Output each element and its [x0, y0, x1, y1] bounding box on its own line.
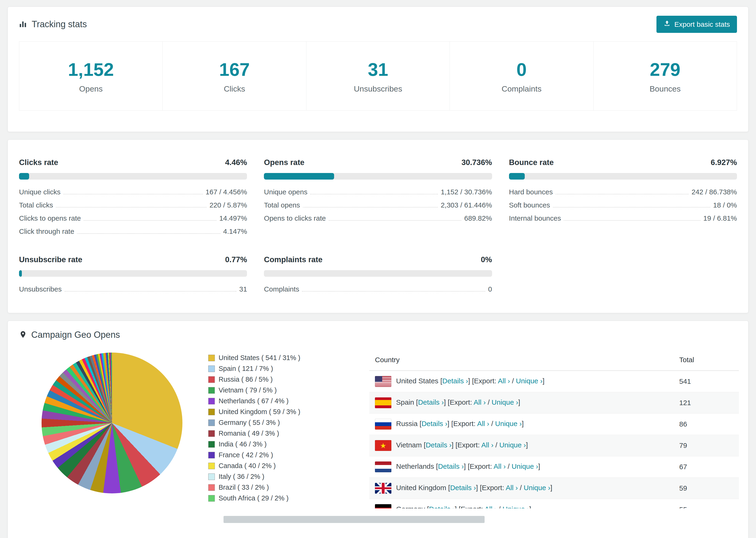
country-total: 79	[674, 435, 739, 456]
legend-swatch	[208, 355, 215, 361]
details-link[interactable]: Details ›	[450, 484, 476, 492]
bracket: [	[434, 462, 438, 470]
metric-rows: Unsubscribes 31	[19, 285, 247, 293]
geo-table-body: United States [Details ›] [Export: All ›…	[369, 371, 739, 509]
metric-label: Unique clicks	[19, 188, 61, 196]
export-icon	[664, 20, 671, 28]
dotted-leader	[56, 207, 207, 207]
rate-title: Bounce rate	[509, 158, 554, 167]
details-link[interactable]: Details ›	[418, 398, 444, 406]
rate-title: Complaints rate	[264, 255, 322, 264]
rate-progress-bar	[19, 173, 247, 180]
details-link[interactable]: Details ›	[438, 462, 464, 470]
metric-row: Clicks to opens rate 14.497%	[19, 214, 247, 222]
dotted-leader	[329, 220, 461, 221]
details-link[interactable]: Details ›	[429, 505, 455, 509]
table-row: Russia [Details ›] [Export: All › / Uniq…	[369, 413, 739, 435]
dotted-leader	[303, 207, 438, 207]
rate-title: Opens rate	[264, 158, 304, 167]
bracket: ]	[522, 420, 523, 427]
geo-section-title: Campaign Geo Opens	[31, 330, 120, 340]
country-total: 67	[674, 456, 739, 478]
details-link[interactable]: Details ›	[421, 420, 447, 427]
separator: /	[486, 398, 492, 406]
export-all-link[interactable]: All ›	[477, 420, 489, 427]
country-name: Vietnam	[396, 441, 422, 449]
dotted-leader	[302, 291, 485, 292]
rates-card: Clicks rate 4.46% Unique clicks 167 / 4.…	[8, 139, 748, 313]
bracket: ] [Export:	[476, 484, 506, 492]
export-all-link[interactable]: All ›	[498, 377, 510, 385]
metric-label: Hard bounces	[509, 188, 553, 196]
country-flag-icon	[375, 483, 391, 494]
metric-row: Unique opens 1,152 / 30.736%	[264, 188, 492, 196]
export-all-link[interactable]: All ›	[473, 398, 486, 406]
legend-label: Romania ( 49 / 3% )	[219, 430, 279, 437]
legend-swatch	[208, 387, 215, 394]
bracket: [	[438, 377, 442, 385]
country-total: 121	[674, 392, 739, 413]
metric-value: 18 / 0%	[713, 201, 737, 209]
table-row: Netherlands [Details ›] [Export: All › /…	[369, 456, 739, 478]
geo-table-wrap: Country Total United States [Details ›] …	[369, 349, 739, 509]
details-link[interactable]: Details ›	[426, 441, 452, 449]
bracket: [	[422, 441, 426, 449]
legend-swatch	[208, 463, 215, 469]
legend-swatch	[208, 452, 215, 458]
rate-percent: 6.927%	[711, 158, 737, 167]
country-name: Germany	[396, 505, 425, 509]
legend-item: South Africa ( 29 / 2% )	[208, 494, 349, 502]
horizontal-scrollbar-thumb[interactable]	[224, 516, 485, 523]
rate-title: Unsubscribe rate	[19, 255, 82, 264]
legend-item: United Kingdom ( 59 / 3% )	[208, 408, 349, 416]
export-unique-link[interactable]: Unique ›	[512, 462, 538, 470]
bracket: ]	[550, 484, 552, 492]
legend-swatch	[208, 441, 215, 448]
export-basic-stats-button[interactable]: Export basic stats	[657, 16, 737, 33]
bracket: ]	[518, 398, 520, 406]
metric-label: Total opens	[264, 201, 300, 209]
export-all-link[interactable]: All ›	[494, 462, 506, 470]
geo-opens-header: Campaign Geo Opens	[8, 321, 748, 347]
geo-table: Country Total United States [Details ›] …	[369, 349, 739, 509]
bracket: ] [Export:	[444, 398, 473, 406]
metric-row: Total opens 2,303 / 61.446%	[264, 201, 492, 209]
country-flag-icon	[375, 419, 391, 430]
country-column-header: Country	[369, 349, 674, 371]
legend-item: France ( 42 / 2% )	[208, 451, 349, 459]
export-all-link[interactable]: All ›	[481, 441, 494, 449]
export-unique-link[interactable]: Unique ›	[524, 484, 550, 492]
bracket: [	[418, 420, 422, 427]
country-total: 541	[674, 371, 739, 392]
bracket: ] [Export:	[468, 377, 498, 385]
dotted-leader	[63, 194, 203, 194]
export-unique-link[interactable]: Unique ›	[495, 420, 522, 427]
rates-grid: Clicks rate 4.46% Unique clicks 167 / 4.…	[8, 140, 748, 313]
country-name: Spain	[396, 398, 414, 406]
stat-value: 0	[450, 60, 593, 79]
bracket: ]	[538, 462, 540, 470]
export-all-link[interactable]: All ›	[506, 484, 518, 492]
legend-label: United Kingdom ( 59 / 3% )	[219, 408, 300, 416]
dotted-leader	[564, 220, 700, 221]
export-unique-link[interactable]: Unique ›	[516, 377, 542, 385]
export-all-link[interactable]: All ›	[485, 505, 497, 509]
details-link[interactable]: Details ›	[442, 377, 468, 385]
export-unique-link[interactable]: Unique ›	[499, 441, 526, 449]
country-total: 55	[674, 499, 739, 509]
export-unique-link[interactable]: Unique ›	[503, 505, 529, 509]
export-unique-link[interactable]: Unique ›	[492, 398, 518, 406]
metric-value: 31	[239, 285, 247, 293]
separator: /	[510, 377, 516, 385]
legend-label: Canada ( 40 / 2% )	[219, 462, 276, 470]
tracking-stats-card: Tracking stats Export basic stats 1,152 …	[8, 7, 748, 132]
metric-row: Unsubscribes 31	[19, 285, 247, 293]
metric-value: 1,152 / 30.736%	[441, 188, 492, 196]
rate-progress-fill	[19, 270, 22, 277]
geo-content: United States ( 541 / 31% ) Spain ( 121 …	[8, 347, 748, 509]
metric-rows: Hard bounces 242 / 86.738% Soft bounces …	[509, 188, 737, 222]
rate-percent: 0%	[481, 255, 492, 264]
page-title: Tracking stats	[32, 19, 87, 29]
metric-row: Click through rate 4.147%	[19, 228, 247, 236]
metric-label: Internal bounces	[509, 214, 561, 222]
